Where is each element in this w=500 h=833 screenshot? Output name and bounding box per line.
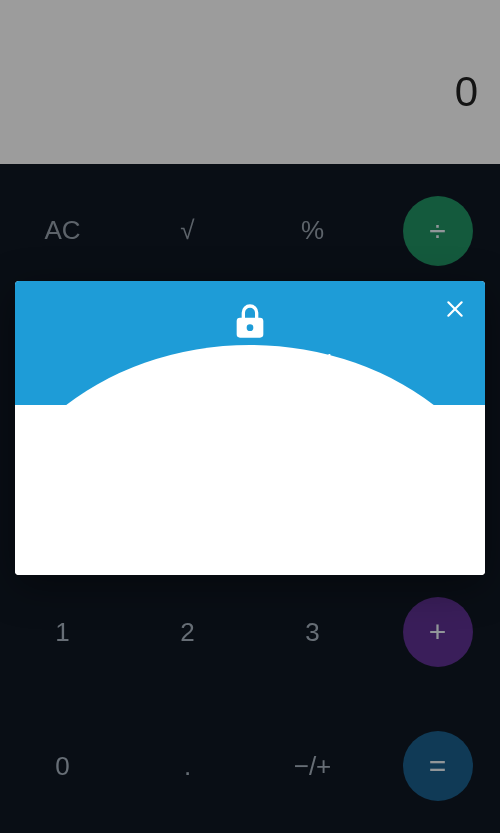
- dialog-header: Set App Password: [15, 281, 485, 405]
- set-password-dialog: Set App Password Type your password (4 d…: [15, 281, 485, 575]
- close-icon: [445, 299, 465, 319]
- lock-icon: [230, 301, 270, 345]
- app-screen: 0 AC √ % ÷ 7 8 9 × 4 5 6 − 1 2 3 + 0 . −…: [0, 0, 500, 833]
- dialog-header-curve: [15, 345, 485, 575]
- dialog-close-button[interactable]: [441, 295, 469, 323]
